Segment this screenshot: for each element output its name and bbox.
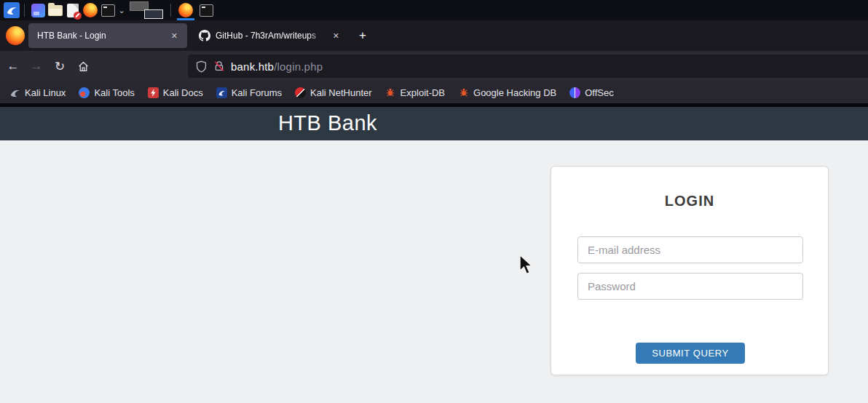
bookmark-label: Google Hacking DB [473,87,556,98]
forward-button[interactable]: → [25,55,48,78]
bookmark-label: Kali Tools [94,87,134,98]
terminal-icon [101,4,115,17]
home-icon [77,60,90,73]
system-taskbar: ⌄ [0,0,868,20]
bookmark-kali-nethunter[interactable]: Kali NetHunter [288,85,379,100]
terminal-icon [200,4,213,17]
kali-dragon-icon [6,4,17,16]
email-field[interactable] [577,236,803,263]
bookmark-label: Kali Linux [25,87,66,98]
google-hacking-db-favicon [458,87,469,98]
kali-tools-favicon [79,87,90,98]
offsec-favicon [569,87,580,98]
mouse-cursor [518,254,534,276]
close-icon[interactable]: ✕ [167,29,181,43]
bookmark-kali-docs[interactable]: Kali Docs [141,85,210,100]
url-bar[interactable]: bank.htb/login.php [188,55,868,78]
browser-nav-toolbar: ← → ↻ bank.htb/login.php [0,51,868,81]
kali-nethunter-favicon [295,87,306,98]
firefox-icon [178,3,193,17]
kali-forums-favicon [216,87,227,98]
bookmark-label: Kali Forums [232,87,282,98]
login-card: LOGIN SUBMIT QUERY [551,166,829,375]
launcher-file-manager[interactable] [47,1,64,19]
launcher-terminal[interactable] [99,1,117,19]
chevron-down-icon: ⌄ [118,7,125,15]
login-heading: LOGIN [551,193,828,210]
site-header: HTB Bank [0,107,868,140]
tab-htb-bank-login[interactable]: HTB Bank - Login ✕ [28,23,187,48]
taskbar-separator [170,4,171,17]
bookmark-label: OffSec [585,87,614,98]
tab-title: GitHub - 7h3rAm/writeups [216,31,329,41]
workspace-2[interactable] [144,9,163,19]
firefox-icon [83,3,98,17]
bookmark-kali-forums[interactable]: Kali Forums [210,85,288,100]
browser-tab-bar: HTB Bank - Login ✕ GitHub - 7h3rAm/write… [0,20,868,51]
reload-button[interactable]: ↻ [48,55,71,78]
close-icon[interactable]: ✕ [329,29,343,43]
launcher-dropdown[interactable]: ⌄ [117,1,127,19]
files-app-icon [31,4,45,17]
launcher-files[interactable] [29,1,47,19]
bookmark-label: Kali Docs [163,87,203,98]
bookmarks-toolbar: Kali Linux Kali Tools Kali Docs Kali For… [0,81,868,103]
folder-icon [48,5,63,16]
workspace-switcher[interactable] [128,1,165,20]
taskbar-separator [24,4,25,17]
bookmark-offsec[interactable]: OffSec [563,85,620,100]
page-title: HTB Bank [0,111,655,135]
launcher-text-editor[interactable] [64,1,82,19]
bookmark-label: Kali NetHunter [310,87,372,98]
url-path: /login.php [274,60,323,73]
launcher-firefox[interactable] [82,1,99,19]
bookmark-kali-linux[interactable]: Kali Linux [3,85,72,100]
kali-linux-favicon [9,87,20,98]
new-tab-button[interactable]: + [352,27,374,44]
tab-github-writeups[interactable]: GitHub - 7h3rAm/writeups ✕ [190,23,349,48]
url-host: bank.htb [231,60,274,73]
firefox-logo-icon [6,26,25,45]
text-editor-icon [67,4,79,17]
bookmark-label: Exploit-DB [401,87,445,98]
taskbar-window-terminal[interactable] [196,0,216,20]
kali-menu-button[interactable] [4,2,20,18]
bookmark-google-hacking-db[interactable]: Google Hacking DB [451,85,563,100]
tracking-shield-icon[interactable] [195,60,208,73]
back-button[interactable]: ← [1,55,25,78]
kali-docs-favicon [148,87,159,98]
url-text: bank.htb/login.php [231,60,323,73]
home-button[interactable] [71,55,95,78]
insecure-lock-icon[interactable] [213,60,225,72]
exploit-db-favicon [385,87,396,98]
github-icon [199,30,210,41]
bookmark-exploit-db[interactable]: Exploit-DB [379,85,451,100]
bookmark-kali-tools[interactable]: Kali Tools [72,85,141,100]
tab-title: HTB Bank - Login [37,31,167,41]
submit-query-button[interactable]: SUBMIT QUERY [636,343,745,364]
password-field[interactable] [577,273,803,300]
taskbar-window-firefox[interactable] [175,0,196,20]
screen: ⌄ HTB Bank - Login ✕ GitHub - 7h3rAm/wri… [0,0,868,403]
